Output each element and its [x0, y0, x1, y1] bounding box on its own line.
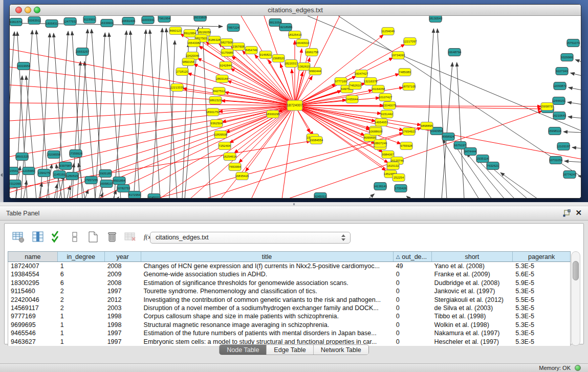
- graph-edge[interactable]: [571, 73, 581, 76]
- table-cell[interactable]: 0: [394, 287, 432, 295]
- graph-node[interactable]: 9777169: [335, 78, 347, 85]
- table-cell[interactable]: 1998: [105, 312, 141, 320]
- graph-node[interactable]: 8186328: [208, 36, 221, 44]
- graph-edge[interactable]: [572, 147, 581, 148]
- graph-node[interactable]: 10107427: [379, 94, 393, 101]
- graph-edge[interactable]: [368, 194, 374, 199]
- table-cell[interactable]: 2: [58, 296, 105, 304]
- graph-node[interactable]: 9861523: [209, 97, 222, 104]
- left-panel-splitter[interactable]: [0, 0, 4, 202]
- table-cell[interactable]: 18300295: [8, 279, 58, 287]
- graph-node[interactable]: 16961758: [305, 49, 319, 56]
- new-column-icon[interactable]: [86, 230, 100, 244]
- graph-edge[interactable]: [292, 69, 295, 105]
- graph-node[interactable]: 2718120: [176, 68, 188, 76]
- table-cell[interactable]: 5.3E-5: [513, 287, 570, 295]
- graph-edge[interactable]: [406, 196, 410, 199]
- column-header-in_degree[interactable]: in_degree: [58, 252, 105, 261]
- table-cell[interactable]: 0: [394, 270, 432, 278]
- graph-edge[interactable]: [166, 28, 177, 199]
- table-cell[interactable]: 1: [58, 329, 105, 337]
- graph-node[interactable]: 9755928: [400, 142, 412, 150]
- graph-edge[interactable]: [442, 62, 452, 199]
- table-cell[interactable]: Estimation of significance thresholds fo…: [141, 279, 394, 287]
- graph-node[interactable]: 19384554: [310, 137, 323, 144]
- table-cell[interactable]: Structural magnetic resonance image aver…: [141, 321, 394, 329]
- table-cell[interactable]: Tourette syndrome. Phenomenology and cla…: [141, 287, 394, 295]
- graph-edge[interactable]: [575, 60, 581, 62]
- graph-edge[interactable]: [563, 132, 581, 133]
- table-cell[interactable]: 0: [394, 296, 432, 304]
- graph-node[interactable]: 7485083: [399, 69, 411, 76]
- graph-node[interactable]: 16164358: [372, 85, 385, 93]
- table-cell[interactable]: 1: [58, 321, 105, 329]
- table-cell[interactable]: 5.3E-5: [513, 312, 570, 320]
- column-header-year[interactable]: year: [105, 252, 141, 261]
- graph-node[interactable]: 8958924: [442, 133, 454, 141]
- table-row[interactable]: 911546021997Tourette syndrome. Phenomeno…: [8, 287, 570, 295]
- table-cell[interactable]: 9115460: [8, 287, 58, 295]
- table-cell[interactable]: 0: [394, 329, 432, 337]
- graph-node[interactable]: 9890154: [182, 58, 194, 66]
- graph-node[interactable]: 1615132: [387, 162, 399, 170]
- graph-edge[interactable]: [500, 172, 538, 199]
- graph-node[interactable]: 12213339: [170, 84, 184, 92]
- graph-node[interactable]: 19218986: [279, 24, 293, 31]
- table-cell[interactable]: 6: [58, 270, 105, 278]
- graph-node[interactable]: 5905185: [99, 170, 112, 178]
- table-cell[interactable]: 19384554: [8, 270, 58, 278]
- graph-node[interactable]: 18300295: [266, 111, 280, 118]
- graph-node[interactable]: 3915541: [10, 167, 18, 175]
- graph-edge[interactable]: [424, 29, 433, 199]
- graph-node[interactable]: 2803144: [216, 75, 228, 83]
- graph-edge[interactable]: [295, 49, 302, 105]
- minimize-button[interactable]: [25, 7, 31, 13]
- graph-node[interactable]: 16835426: [235, 172, 249, 180]
- table-cell[interactable]: Disruption of a novel member of a sodium…: [141, 304, 394, 312]
- splitter-handle[interactable]: [292, 203, 296, 206]
- graph-node[interactable]: 9397587: [59, 162, 72, 170]
- graph-edge[interactable]: [295, 16, 318, 105]
- table-cell[interactable]: 9699695: [8, 321, 58, 329]
- table-cell[interactable]: de Silva et al. (2003): [432, 304, 513, 312]
- table-cell[interactable]: 1: [58, 262, 105, 270]
- column-header-title[interactable]: title: [141, 252, 394, 261]
- graph-node[interactable]: 18301751: [206, 108, 220, 116]
- graph-edge[interactable]: [10, 103, 295, 105]
- table-cell[interactable]: 5.3E-5: [513, 329, 570, 337]
- delete-columns-icon[interactable]: [105, 230, 119, 244]
- graph-node[interactable]: 2367608: [232, 43, 245, 51]
- graph-node[interactable]: 9242844: [220, 62, 232, 70]
- table-cell[interactable]: 5.3E-5: [513, 321, 570, 329]
- graph-node[interactable]: 16958107: [100, 180, 114, 188]
- scrollbar-thumb[interactable]: [573, 261, 579, 280]
- table-cell[interactable]: 1997: [105, 329, 141, 337]
- graph-edge[interactable]: [457, 62, 464, 199]
- table-cell[interactable]: Jankovic et al. (1997): [432, 287, 513, 295]
- table-row[interactable]: 2242004622012Investigating the contribut…: [8, 296, 570, 304]
- table-cell[interactable]: Nakamura et al. (1997): [432, 329, 513, 337]
- table-cell[interactable]: 0: [394, 312, 432, 320]
- graph-node[interactable]: 9474444: [464, 148, 476, 156]
- graph-node[interactable]: 17359926: [69, 150, 83, 158]
- table-cell[interactable]: 5.3E-5: [513, 304, 570, 312]
- graph-node[interactable]: 16033809: [193, 16, 207, 21]
- graph-edge[interactable]: [295, 16, 340, 105]
- graph-node[interactable]: 20063911: [28, 17, 41, 25]
- column-header-pagerank[interactable]: pagerank: [513, 252, 570, 261]
- table-cell[interactable]: 0: [394, 321, 432, 329]
- table-cell[interactable]: 2: [58, 304, 105, 312]
- table-cell[interactable]: 1997: [105, 287, 141, 295]
- graph-node[interactable]: 9119901: [83, 16, 96, 24]
- table-row[interactable]: 1938455462009Genome-wide association stu…: [8, 270, 570, 278]
- graph-node[interactable]: 16319954: [17, 62, 31, 70]
- graph-node[interactable]: 1568520: [272, 55, 285, 62]
- graph-edge[interactable]: [581, 47, 581, 48]
- graph-node[interactable]: 2312099: [10, 180, 21, 188]
- graph-node[interactable]: 16210643: [553, 112, 567, 120]
- graph-node[interactable]: 9245012: [314, 193, 326, 199]
- graph-node[interactable]: 9329966: [561, 54, 573, 61]
- graph-node[interactable]: 1733426: [395, 185, 407, 192]
- vertical-scrollbar[interactable]: [571, 251, 580, 346]
- graph-node[interactable]: 11809508: [214, 131, 228, 139]
